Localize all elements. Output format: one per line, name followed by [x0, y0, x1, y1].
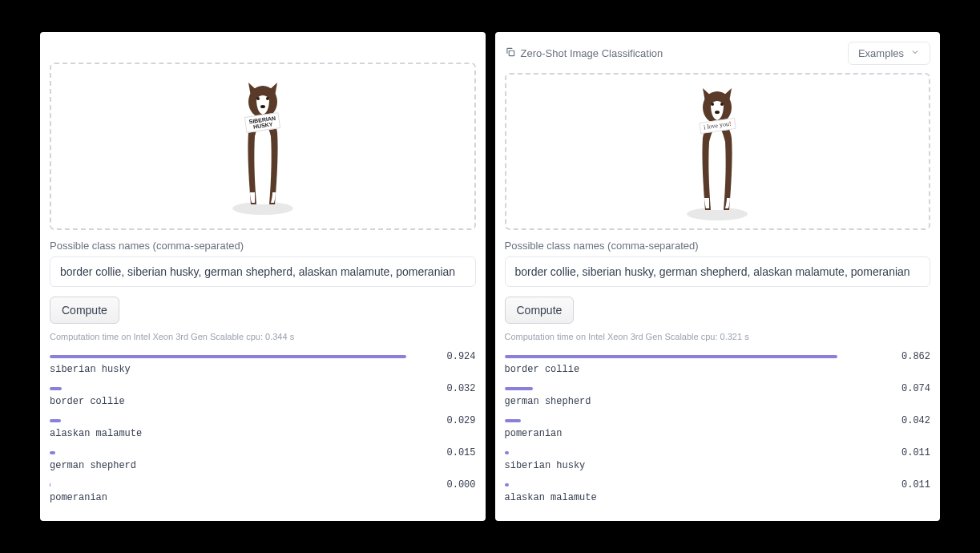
class-label: alaskan malamute — [50, 428, 476, 439]
examples-label: Examples — [858, 47, 904, 59]
svg-rect-5 — [509, 50, 514, 55]
class-label: siberian husky — [50, 364, 476, 375]
score-value: 0.074 — [898, 383, 930, 394]
class-label: pomeranian — [50, 492, 476, 503]
svg-point-4 — [260, 105, 265, 108]
results-list: 0.924siberian husky0.032border collie0.0… — [50, 351, 476, 511]
compute-button[interactable]: Compute — [50, 297, 119, 324]
score-bar — [505, 387, 891, 390]
score-value: 0.924 — [444, 351, 476, 362]
score-bar — [505, 355, 891, 358]
result-row: 0.011siberian husky — [505, 447, 931, 471]
score-value: 0.000 — [444, 479, 476, 490]
compute-time-text: Computation time on Intel Xeon 3rd Gen S… — [50, 332, 476, 341]
class-label: border collie — [50, 396, 476, 407]
score-value: 0.042 — [898, 415, 930, 426]
result-row: 0.000pomeranian — [50, 479, 476, 503]
classes-label: Possible class names (comma-separated) — [50, 240, 476, 252]
class-label: german shepherd — [505, 396, 931, 407]
svg-point-9 — [720, 103, 724, 106]
svg-point-10 — [715, 111, 720, 114]
classifier-panel-right: Zero-Shot Image Classification Examples — [495, 32, 941, 521]
result-row: 0.029alaskan malamute — [50, 415, 476, 439]
result-row: 0.042pomeranian — [505, 415, 931, 439]
score-value: 0.032 — [444, 383, 476, 394]
results-list: 0.862border collie0.074german shepherd0.… — [505, 351, 931, 511]
result-row: 0.074german shepherd — [505, 383, 931, 407]
score-bar — [505, 451, 891, 454]
score-value: 0.862 — [898, 351, 930, 362]
copy-icon — [505, 46, 516, 60]
classes-input[interactable] — [505, 256, 931, 287]
chevron-down-icon — [910, 47, 920, 59]
score-bar — [50, 355, 436, 358]
classifier-panel-left: ⧉ placeholder SIBERIAN HUSKY Possible — [40, 32, 486, 521]
examples-button[interactable]: Examples — [848, 42, 930, 65]
compute-button[interactable]: Compute — [505, 297, 575, 324]
result-row: 0.015german shepherd — [50, 447, 476, 471]
score-bar — [505, 483, 891, 486]
svg-point-3 — [266, 97, 269, 100]
compute-time-text: Computation time on Intel Xeon 3rd Gen S… — [505, 332, 931, 341]
image-dropzone[interactable]: i love you! — [505, 73, 931, 230]
uploaded-image: i love you! — [669, 82, 765, 222]
class-label: pomeranian — [505, 428, 931, 439]
svg-point-2 — [256, 97, 260, 100]
result-row: 0.032border collie — [50, 383, 476, 407]
score-bar — [505, 419, 891, 422]
result-row: 0.862border collie — [505, 351, 931, 375]
result-row: 0.011alaskan malamute — [505, 479, 931, 503]
score-bar — [50, 483, 436, 486]
class-label: alaskan malamute — [505, 492, 931, 503]
score-bar — [50, 419, 436, 422]
score-bar — [50, 451, 436, 454]
score-bar — [50, 387, 436, 390]
score-value: 0.011 — [898, 479, 930, 490]
class-label: border collie — [505, 364, 931, 375]
image-dropzone[interactable]: SIBERIAN HUSKY — [50, 63, 476, 230]
score-value: 0.011 — [898, 447, 930, 458]
class-label: german shepherd — [50, 460, 476, 471]
svg-point-8 — [711, 103, 714, 106]
panel-title: Zero-Shot Image Classification — [521, 47, 663, 59]
score-value: 0.015 — [444, 447, 476, 458]
result-row: 0.924siberian husky — [50, 351, 476, 375]
classes-input[interactable] — [50, 256, 476, 287]
classes-label: Possible class names (comma-separated) — [505, 240, 931, 252]
uploaded-image: SIBERIAN HUSKY — [215, 76, 311, 216]
score-value: 0.029 — [444, 415, 476, 426]
class-label: siberian husky — [505, 460, 931, 471]
